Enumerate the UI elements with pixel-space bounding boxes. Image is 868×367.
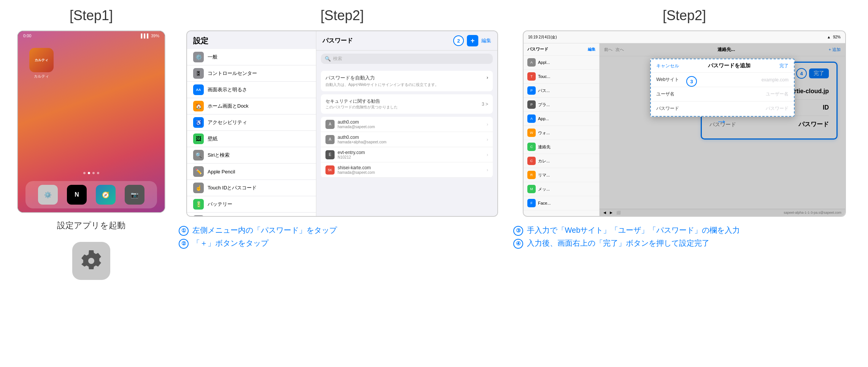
app-icon-kalti[interactable]: カルティ: [29, 48, 54, 72]
ipad-sb-item-msg[interactable]: M メッ...: [524, 182, 599, 196]
ipad-sb-item-pura[interactable]: P プラ...: [524, 98, 599, 112]
pw-info-1: auth0.com hamada@sapeet.com: [338, 119, 487, 129]
settings-item-pencil[interactable]: ✏️ Apple Pencil: [187, 164, 316, 180]
step2b-desc3: ③ 手入力で「Webサイト」「ユーザ」「パスワード」の欄を入力: [513, 224, 740, 237]
ipad-edit-btn[interactable]: 編集: [588, 47, 595, 52]
sb-label-7: 連絡先: [538, 144, 551, 150]
sb-icon-11: F: [527, 199, 536, 207]
pw-user-2: hamada+alpha@sapeet.com: [338, 140, 487, 144]
settings-item-touchid[interactable]: ☝️ Touch IDとパスコード: [187, 180, 316, 196]
step1-title: [Step1]: [70, 8, 113, 24]
settings-item-display[interactable]: AA 画面表示と明るさ: [187, 82, 316, 98]
header-actions: 2 + 編集: [453, 35, 491, 46]
ipad-sb-item-touc[interactable]: T Touc...: [524, 70, 599, 84]
dot2: [88, 172, 90, 174]
pw-entry-3[interactable]: E evt-entry.com N10212 ›: [321, 147, 493, 162]
add-password-dialog: キャンセル パスワードを追加 完了 Webサイト example.com ユーザ…: [650, 59, 795, 117]
sb-label-3: パス...: [538, 88, 550, 94]
security-count: 3 >: [482, 102, 488, 107]
dock-icon-n[interactable]: N: [67, 185, 87, 205]
dialog-cancel[interactable]: キャンセル: [656, 63, 679, 69]
status-icons: ▲ 92%: [827, 35, 841, 39]
pw-info-3: evt-entry.com N10212: [338, 150, 487, 159]
sb-label-5: App...: [538, 116, 549, 121]
security-title: セキュリティに関する勧告: [325, 98, 398, 105]
step2-settings-screen: 設定 ⚙️ 一般 🎛 コントロールセンター AA 画面表示と明るさ: [186, 30, 498, 217]
add-password-overlay: キャンセル パスワードを追加 完了 Webサイト example.com ユーザ…: [600, 43, 845, 216]
ipad-sb-item-face[interactable]: F Face...: [524, 196, 599, 210]
settings-item-home[interactable]: 🏠 ホーム画面とDock: [187, 98, 316, 114]
settings-item-general[interactable]: ⚙️ 一般: [187, 49, 316, 65]
settings-item-wallpaper[interactable]: 🖼 壁紙: [187, 131, 316, 147]
password-section: パスワードを自動入力 › 自動入力は、AppやWebサイトにサインインするのに役…: [316, 67, 497, 181]
pw-user-3: N10212: [338, 155, 487, 159]
settings-label-display: 画面表示と明るさ: [208, 86, 247, 93]
dialog-website-value: example.com: [762, 77, 789, 83]
dock-icon-camera[interactable]: 📷: [125, 185, 144, 205]
ipad-sb-item-remind[interactable]: R リマ...: [524, 168, 599, 182]
circle-4: ④: [513, 239, 523, 249]
ipad-sb-item-appl[interactable]: A Appl...: [524, 56, 599, 70]
dialog-field-password: パスワード パスワード: [651, 102, 794, 116]
dialog-done[interactable]: 完了: [779, 63, 789, 69]
app-icon-wrap-kalti[interactable]: カルティ カルティ: [29, 48, 54, 79]
settings-item-control[interactable]: 🎛 コントロールセンター: [187, 65, 316, 82]
password-search-bar[interactable]: 🔍 検索: [321, 54, 493, 64]
settings-label-general: 一般: [208, 54, 217, 60]
edit-button[interactable]: 編集: [481, 37, 491, 44]
app-icon-label-kalti: カルティ: [35, 58, 48, 63]
settings-icon-wallpaper: 🖼: [193, 133, 204, 144]
pw-info-4: shisei-karte.com hamada@sapeet.com: [338, 165, 487, 175]
step2b-title: [Step2]: [663, 8, 706, 24]
security-desc: このパスワードの危険性が見つかりました: [325, 105, 398, 110]
dock-icon-settings[interactable]: ⚙️: [38, 185, 58, 205]
auto-fill-desc: 自動入力は、AppやWebサイトにサインインするのに役立てます。: [325, 82, 488, 87]
settings-app-icon: [72, 242, 110, 280]
plus-button[interactable]: +: [467, 35, 478, 46]
dialog-password-label: パスワード: [656, 105, 679, 112]
pw-entry-4[interactable]: 5K shisei-karte.com hamada@sapeet.com ›: [321, 162, 493, 178]
search-icon: 🔍: [325, 56, 331, 62]
step2-desc1: ① 左側メニュー内の「パスワード」をタップ: [179, 224, 337, 237]
settings-icon-privacy: 🔒: [193, 215, 204, 216]
settings-item-siri[interactable]: 🔍 Siriと検索: [187, 147, 316, 164]
sb-label-9: リマ...: [538, 172, 550, 178]
settings-label-pencil: Apple Pencil: [208, 169, 235, 175]
ipad-sb-item-cal[interactable]: C カレ...: [524, 154, 599, 168]
step2b-column: [Step2] 16:19 2月4日(金) ▲ 92% パスワード 編集: [513, 8, 855, 280]
dock-icon-safari[interactable]: 🧭: [96, 185, 116, 205]
ipad-sidebar-title: パスワード: [527, 46, 548, 52]
sb-icon-8: C: [527, 157, 536, 165]
settings-items-list: ⚙️ 一般 🎛 コントロールセンター AA 画面表示と明るさ 🏠 ホーム画面とD…: [187, 49, 316, 216]
settings-item-access[interactable]: ♿ アクセシビリティ: [187, 114, 316, 131]
pw-entry-2[interactable]: A auth0.com hamada+alpha@sapeet.com ›: [321, 132, 493, 147]
ipad-sb-item-contacts[interactable]: C 連絡先: [524, 140, 599, 154]
pw-chevron-1: ›: [487, 122, 488, 127]
dot4: [97, 172, 99, 174]
home-background: 0:00 ▌▌▌ 39% カルティ カルティ: [18, 31, 165, 212]
pw-icon-1: A: [325, 120, 335, 129]
sb-label-1: Appl...: [538, 60, 550, 65]
settings-icon-touchid: ☝️: [193, 183, 204, 193]
dialog-username-label: ユーザ名: [656, 91, 674, 97]
ipad-sb-item-wallet[interactable]: W ウォ...: [524, 126, 599, 140]
circle-3: ③: [513, 226, 523, 236]
auto-fill-chevron: ›: [487, 75, 488, 81]
pw-domain-2: auth0.com: [338, 135, 487, 140]
settings-item-battery[interactable]: 🔋 バッテリー: [187, 196, 316, 213]
page-dots: [18, 172, 165, 174]
app-label-kalti: カルティ: [34, 74, 49, 79]
wifi-icon: ▲: [827, 35, 831, 39]
settings-item-privacy[interactable]: 🔒 プライバシー: [187, 213, 316, 216]
step2b-desc: ③ 手入力で「Webサイト」「ユーザ」「パスワード」の欄を入力 ④ 入力後、画面…: [513, 217, 740, 249]
settings-label-wallpaper: 壁紙: [208, 135, 217, 142]
status-bar: 0:00 ▌▌▌ 39%: [18, 31, 165, 40]
settings-main-panel: パスワード 2 + 編集 🔍 検索 パスワード: [316, 31, 497, 216]
ipad-top-bar: 16:19 2月4日(金) ▲ 92%: [524, 31, 845, 43]
step1-column: [Step1] 0:00 ▌▌▌ 39% カルティ カルティ: [11, 8, 171, 280]
ipad-sb-item-app[interactable]: A App...: [524, 112, 599, 126]
sb-icon-6: W: [527, 129, 536, 137]
ipad-sb-item-pass[interactable]: P パス...: [524, 84, 599, 98]
sb-icon-7: C: [527, 143, 536, 151]
pw-entry-1[interactable]: A auth0.com hamada@sapeet.com ›: [321, 117, 493, 132]
